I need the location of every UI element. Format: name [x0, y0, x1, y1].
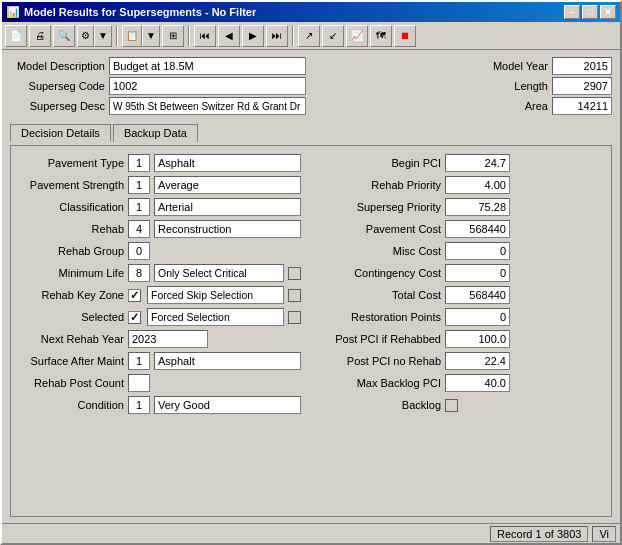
tab-backup-data[interactable]: Backup Data: [113, 124, 198, 142]
last-button[interactable]: ⏭: [266, 25, 288, 47]
post-pci-rehabbed-row: Post PCI if Rehabbed 100.0: [321, 328, 603, 350]
classification-num: 1: [128, 198, 150, 216]
model-year-label: Model Year: [478, 60, 548, 72]
export-button[interactable]: ↗: [298, 25, 320, 47]
rehab-post-count-value: [128, 374, 150, 392]
print-button[interactable]: 🖨: [29, 25, 51, 47]
contingency-value: 0: [445, 264, 510, 282]
grid-button[interactable]: ⊞: [162, 25, 184, 47]
right-header: Model Year 2015 Length 2907 Area 14211: [316, 56, 612, 116]
status-bar: Record 1 of 3803 Vi: [2, 523, 620, 543]
contingency-label: Contingency Cost: [321, 267, 441, 279]
backlog-checkbox[interactable]: [445, 399, 458, 412]
backlog-row: Backlog: [321, 394, 603, 416]
model-year-row: Model Year 2015: [316, 56, 612, 76]
separator-3: [292, 26, 294, 46]
title-bar: 📊 Model Results for Supersegments - No F…: [2, 2, 620, 22]
next-rehab-year-value[interactable]: 2023: [128, 330, 208, 348]
forced-skip-label: Forced Skip Selection: [147, 286, 284, 304]
rehab-key-zone-label: Rehab Key Zone: [19, 289, 124, 301]
search-button[interactable]: 🔍: [53, 25, 75, 47]
only-select-critical-checkbox[interactable]: [288, 267, 301, 280]
model-description-value[interactable]: Budget at 18.5M: [109, 57, 306, 75]
tab-decision-details[interactable]: Decision Details: [10, 124, 111, 142]
minimum-life-row: Minimum Life 8 Only Select Critical: [19, 262, 301, 284]
map-button[interactable]: 🗺: [370, 25, 392, 47]
next-button[interactable]: ▶: [242, 25, 264, 47]
total-cost-row: Total Cost 568440: [321, 284, 603, 306]
condition-value[interactable]: Very Good: [154, 396, 301, 414]
filter-button[interactable]: ⚙: [77, 25, 94, 47]
pavement-strength-row: Pavement Strength 1 Average: [19, 174, 301, 196]
surface-after-maint-value[interactable]: Asphalt: [154, 352, 301, 370]
filter-arrow[interactable]: ▼: [94, 25, 112, 47]
first-button[interactable]: ⏮: [194, 25, 216, 47]
classification-value[interactable]: Arterial: [154, 198, 301, 216]
close-button[interactable]: ✕: [600, 5, 616, 19]
pavement-cost-row: Pavement Cost 568440: [321, 218, 603, 240]
filter-dropdown[interactable]: ⚙ ▼: [77, 25, 112, 47]
minimum-life-label: Minimum Life: [19, 267, 124, 279]
mode-status: Vi: [592, 526, 616, 542]
rehab-group-label: Rehab Group: [19, 245, 124, 257]
selected-label: Selected: [19, 311, 124, 323]
superseg-desc-value[interactable]: W 95th St Between Switzer Rd & Grant Dr: [109, 97, 306, 115]
view-dropdown[interactable]: 📋 ▼: [122, 25, 160, 47]
forced-selection-checkbox[interactable]: [288, 311, 301, 324]
rehab-label: Rehab: [19, 223, 124, 235]
area-value[interactable]: 14211: [552, 97, 612, 115]
chart-button[interactable]: 📈: [346, 25, 368, 47]
forced-skip-checkbox[interactable]: [288, 289, 301, 302]
surface-after-maint-num: 1: [128, 352, 150, 370]
length-label: Length: [478, 80, 548, 92]
contingency-row: Contingency Cost 0: [321, 262, 603, 284]
toolbar: 📄 🖨 🔍 ⚙ ▼ 📋 ▼ ⊞ ⏮ ◀ ▶ ⏭ ↗ ↙ 📈 🗺 ⏹: [2, 22, 620, 50]
import-button[interactable]: ↙: [322, 25, 344, 47]
begin-pci-value: 24.7: [445, 154, 510, 172]
condition-label: Condition: [19, 399, 124, 411]
minimize-button[interactable]: –: [564, 5, 580, 19]
pavement-strength-value[interactable]: Average: [154, 176, 301, 194]
rehab-post-count-label: Rehab Post Count: [19, 377, 124, 389]
superseg-code-row: Superseg Code 1002: [10, 76, 306, 96]
surface-after-maint-row: Surface After Maint 1 Asphalt: [19, 350, 301, 372]
superseg-code-value[interactable]: 1002: [109, 77, 306, 95]
length-value[interactable]: 2907: [552, 77, 612, 95]
maximize-button[interactable]: □: [582, 5, 598, 19]
prev-button[interactable]: ◀: [218, 25, 240, 47]
view-arrow[interactable]: ▼: [142, 25, 160, 47]
superseg-code-label: Superseg Code: [10, 80, 105, 92]
view-button[interactable]: 📋: [122, 25, 142, 47]
pavement-strength-label: Pavement Strength: [19, 179, 124, 191]
new-button[interactable]: 📄: [5, 25, 27, 47]
stop-button[interactable]: ⏹: [394, 25, 416, 47]
rehab-value[interactable]: Reconstruction: [154, 220, 301, 238]
superseg-desc-row: Superseg Desc W 95th St Between Switzer …: [10, 96, 306, 116]
rehab-num: 4: [128, 220, 150, 238]
restoration-points-label: Restoration Points: [321, 311, 441, 323]
length-row: Length 2907: [316, 76, 612, 96]
rehab-post-count-row: Rehab Post Count: [19, 372, 301, 394]
restoration-points-value: 0: [445, 308, 510, 326]
pavement-type-label: Pavement Type: [19, 157, 124, 169]
header-info: Model Description Budget at 18.5M Supers…: [10, 56, 612, 116]
superseg-priority-value: 75.28: [445, 198, 510, 216]
details-grid: Pavement Type 1 Asphalt Pavement Strengt…: [19, 152, 603, 416]
backlog-label: Backlog: [321, 399, 441, 411]
post-pci-no-rehab-label: Post PCI no Rehab: [321, 355, 441, 367]
post-pci-no-rehab-value: 22.4: [445, 352, 510, 370]
tab-strip: Decision Details Backup Data: [10, 123, 612, 141]
selected-checkbox[interactable]: ✓: [128, 311, 141, 324]
pavement-type-row: Pavement Type 1 Asphalt: [19, 152, 301, 174]
pavement-type-value[interactable]: Asphalt: [154, 154, 301, 172]
left-column: Pavement Type 1 Asphalt Pavement Strengt…: [19, 152, 301, 416]
next-rehab-year-label: Next Rehab Year: [19, 333, 124, 345]
rehab-key-zone-checkbox[interactable]: ✓: [128, 289, 141, 302]
rehab-priority-label: Rehab Priority: [321, 179, 441, 191]
model-year-value[interactable]: 2015: [552, 57, 612, 75]
area-row: Area 14211: [316, 96, 612, 116]
tab-content: Pavement Type 1 Asphalt Pavement Strengt…: [10, 145, 612, 517]
superseg-priority-row: Superseg Priority 75.28: [321, 196, 603, 218]
rehab-group-row: Rehab Group 0: [19, 240, 301, 262]
record-status: Record 1 of 3803: [490, 526, 588, 542]
